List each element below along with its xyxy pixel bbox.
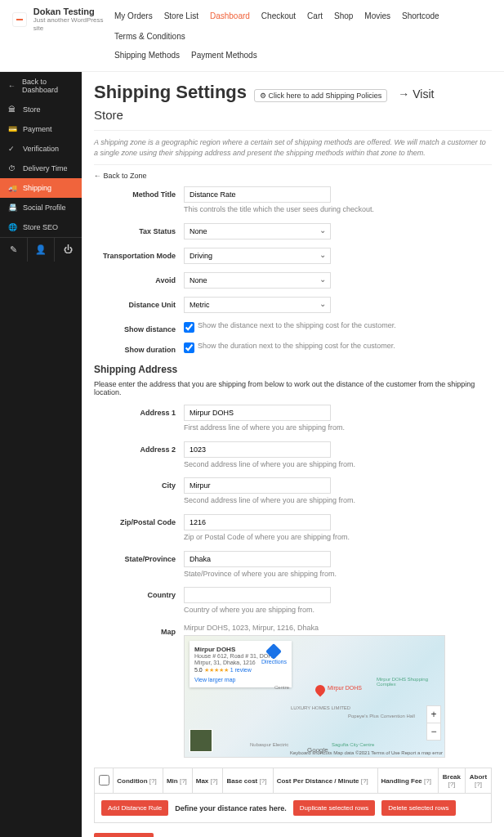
nav-cart[interactable]: Cart (307, 11, 323, 20)
address1-input[interactable] (184, 405, 331, 421)
sidebar-icon: 🌐 (8, 223, 16, 231)
nav-shop[interactable]: Shop (334, 11, 353, 20)
duplicate-rows-button[interactable]: Duplicate selected rows (293, 800, 375, 816)
site-logo[interactable] (12, 12, 27, 27)
nav-shortcode[interactable]: Shortcode (402, 11, 439, 20)
col-cost-per-distance-minute: Cost Per Distance / Minute [?] (273, 768, 377, 794)
update-settings-button[interactable]: Update Settings (94, 833, 154, 837)
transport-select[interactable]: Driving (184, 248, 331, 264)
show-distance-checkbox[interactable] (184, 322, 194, 333)
directions-button[interactable]: Directions (261, 646, 287, 665)
address2-label: Address 2 (94, 441, 184, 454)
state-label: State/Province (94, 551, 184, 563)
map-label: Map (94, 624, 184, 636)
map-info-card: Directions Mirpur DOHS House # 612, Road… (190, 641, 292, 687)
transport-label: Transportation Mode (94, 248, 184, 260)
method-title-label: Method Title (94, 186, 184, 199)
subtitle: Store (94, 108, 492, 122)
define-rates-text: Define your distance rates here. (175, 804, 287, 812)
nav-dashboard[interactable]: Dashboard (210, 11, 250, 20)
method-title-input[interactable] (184, 186, 331, 203)
zip-label: Zip/Postal Code (94, 514, 184, 526)
sidebar-icon: ← (8, 82, 16, 90)
sidebar-item-store-seo[interactable]: 🌐Store SEO (0, 217, 82, 237)
nav-checkout[interactable]: Checkout (261, 11, 296, 20)
sidebar-item-back-to-dashboard[interactable]: ←Back to Dashboard (0, 72, 82, 100)
col-min: Min [?] (163, 768, 192, 794)
col-max: Max [?] (192, 768, 223, 794)
nav-my-orders[interactable]: My Orders (114, 11, 153, 20)
sidebar-item-delivery-time[interactable]: ⏱Delivery Time (0, 159, 82, 178)
site-title: Dokan Testing (33, 7, 114, 16)
tax-status-select[interactable]: None (184, 223, 331, 239)
nav-shipping-methods[interactable]: Shipping Methods (114, 51, 180, 60)
city-label: City (94, 477, 184, 490)
avoid-select[interactable]: None (184, 272, 331, 289)
address1-label: Address 1 (94, 405, 184, 417)
col-condition: Condition [?] (114, 768, 163, 794)
tax-status-label: Tax Status (94, 223, 184, 235)
add-policies-button[interactable]: ⚙ Click here to add Shipping Policies (254, 89, 387, 102)
sidebar: ←Back to Dashboard🏛Store💳Payment✓Verific… (0, 72, 82, 837)
sidebar-icon: ✓ (8, 145, 16, 153)
sidebar-icon: 🏛 (8, 105, 16, 114)
distance-unit-select[interactable]: Metric (184, 297, 331, 313)
delete-rows-button[interactable]: Delete selected rows (381, 800, 455, 816)
distance-unit-label: Distance Unit (94, 297, 184, 309)
method-title-help: This controls the title which the user s… (184, 205, 492, 215)
country-label: Country (94, 587, 184, 599)
sidebar-icon: 💳 (8, 125, 16, 133)
zone-description: A shipping zone is a geographic region w… (94, 130, 492, 165)
sidebar-icon: 📇 (8, 204, 16, 212)
sidebar-item-payment[interactable]: 💳Payment (0, 119, 82, 139)
view-larger-map-link[interactable]: View larger map (194, 677, 287, 683)
sidebar-icon: ⏱ (8, 164, 16, 172)
nav-movies[interactable]: Movies (364, 11, 390, 20)
site-tagline: Just another WordPress site (33, 16, 114, 32)
show-distance-text: Show the distance next to the shipping c… (198, 321, 396, 331)
show-distance-label: Show distance (94, 321, 184, 333)
col-handling-fee: Handling Fee [?] (377, 768, 438, 794)
zip-input[interactable] (184, 514, 331, 530)
col-base-cost: Base cost [?] (223, 768, 273, 794)
main-nav: My OrdersStore ListDashboardCheckoutCart… (114, 7, 492, 65)
zoom-in-button[interactable]: + (427, 706, 440, 723)
sidebar-item-shipping[interactable]: 🚚Shipping (0, 178, 82, 198)
page-title: Shipping Settings (94, 82, 247, 103)
city-input[interactable] (184, 477, 331, 494)
map[interactable]: Directions Mirpur DOHS House # 612, Road… (184, 635, 445, 758)
add-distance-rule-button[interactable]: Add Distance Rule (101, 800, 168, 816)
sidebar-item-verification[interactable]: ✓Verification (0, 139, 82, 159)
power-icon[interactable]: ⏻ (55, 238, 82, 262)
nav-store-list[interactable]: Store List (164, 11, 198, 20)
map-address-text: Mirpur DOHS, 1023, Mirpur, 1216, Dhaka (184, 624, 492, 632)
visit-link[interactable]: → Visit (398, 87, 434, 101)
star-icon: ★★★★★ (204, 667, 229, 673)
shipping-address-desc: Please enter the address that you are sh… (94, 380, 492, 396)
edit-icon[interactable]: ✎ (0, 238, 28, 262)
show-duration-checkbox[interactable] (184, 342, 194, 353)
country-input[interactable] (184, 587, 331, 603)
address2-input[interactable] (184, 441, 331, 458)
avoid-label: Avoid (94, 272, 184, 284)
state-input[interactable] (184, 551, 331, 567)
sidebar-item-store[interactable]: 🏛Store (0, 100, 82, 119)
zoom-out-button[interactable]: − (427, 723, 440, 740)
show-duration-text: Show the duration next to the shipping c… (198, 342, 395, 351)
nav-terms-&-conditions[interactable]: Terms & Conditions (114, 32, 185, 41)
col-abort: Abort[?] (465, 768, 491, 794)
sidebar-icon: 🚚 (8, 184, 16, 192)
map-zoom: + − (426, 705, 441, 741)
back-to-zone-link[interactable]: ← Back to Zone (94, 172, 492, 180)
select-all-checkbox[interactable] (99, 775, 109, 786)
user-icon[interactable]: 👤 (28, 238, 56, 262)
map-pin-icon (314, 683, 328, 697)
col-break: Break[?] (438, 768, 465, 794)
sidebar-item-social-profile[interactable]: 📇Social Profile (0, 198, 82, 217)
nav-payment-methods[interactable]: Payment Methods (191, 51, 257, 60)
shipping-address-heading: Shipping Address (94, 364, 492, 375)
map-layer-thumb[interactable] (190, 729, 212, 752)
show-duration-label: Show duration (94, 342, 184, 354)
distance-rules-table: Condition [?]Min [?]Max [?]Base cost [?]… (94, 768, 492, 794)
col-checkbox (95, 768, 114, 794)
